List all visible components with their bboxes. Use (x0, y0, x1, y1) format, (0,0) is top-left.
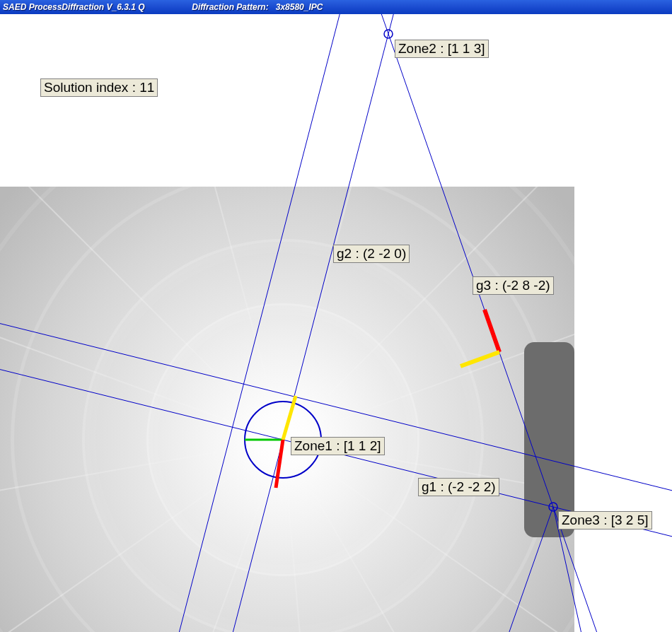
pattern-name: 3x8580_IPC (276, 2, 323, 12)
pattern-prefix: Diffraction Pattern: (192, 2, 268, 12)
zone3-label: Zone3 : [3 2 5] (558, 511, 652, 529)
zone2-label: Zone2 : [1 1 3] (395, 40, 489, 58)
g2-label: g2 : (2 -2 0) (333, 245, 410, 263)
beamstop (524, 342, 574, 537)
g1-label: g1 : (-2 -2 2) (418, 478, 499, 496)
solution-index-label: Solution index : 11 (40, 78, 158, 97)
app-title: SAED ProcessDiffraction V_6.3.1 Q (3, 2, 145, 12)
window-titlebar: SAED ProcessDiffraction V_6.3.1 Q Diffra… (0, 0, 672, 14)
zone1-label: Zone1 : [1 1 2] (291, 437, 385, 455)
zone2-marker (384, 30, 393, 38)
diffraction-canvas[interactable]: Solution index : 11 Zone2 : [1 1 3] g2 :… (0, 14, 672, 632)
diffraction-image (0, 187, 574, 632)
g3-label: g3 : (-2 8 -2) (473, 276, 554, 295)
